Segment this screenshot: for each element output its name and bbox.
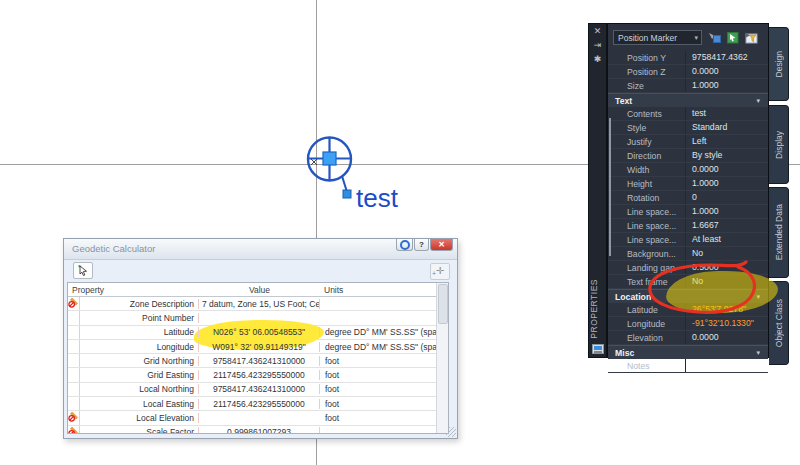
property-value[interactable]: 26°53'7.0278" (685, 303, 768, 316)
property-value[interactable]: No (685, 247, 768, 260)
property-value[interactable]: At least (685, 233, 768, 246)
quick-select-icon[interactable] (744, 31, 758, 44)
section-header-location[interactable]: Location▾ (608, 289, 768, 303)
create-point-button[interactable]: ✛ + (430, 263, 450, 280)
property-label: Backgroun... (608, 249, 685, 259)
property-value[interactable]: 0.5000 (685, 261, 768, 274)
palette-tab-extended-data[interactable]: Extended Data (769, 187, 789, 278)
property-value[interactable]: 1.0000 (685, 205, 768, 218)
dialog-close-button[interactable]: ✕ (430, 239, 453, 251)
property-row: StyleStandard (608, 121, 768, 135)
value-cell[interactable]: 9758417.436241310000 (199, 384, 320, 394)
table-scrollbar[interactable] (436, 283, 448, 433)
property-value[interactable]: By style (685, 149, 768, 162)
readonly-pencil-icon (68, 297, 79, 308)
table-row[interactable]: Grid Northing9758417.436241310000foot (68, 354, 448, 368)
property-value[interactable]: Left (685, 135, 768, 148)
property-cell: Point Number (80, 313, 199, 323)
table-row[interactable]: Local Easting2117456.423295550000foot (68, 397, 448, 411)
center-grip-square (323, 152, 336, 165)
collapse-chevron-icon[interactable]: ▾ (756, 97, 760, 105)
property-label: Notes (608, 361, 685, 371)
value-cell[interactable]: 0.999861007293 (199, 427, 320, 434)
row-status-cell (68, 326, 80, 339)
section-title: Location (608, 292, 651, 302)
palette-side-tabs: DesignDisplayExtended DataObject Class (769, 23, 790, 365)
units-cell: foot (320, 413, 437, 423)
palette-settings-icon[interactable]: ✱ (589, 52, 606, 66)
row-status-cell (68, 426, 80, 434)
section-header-text[interactable]: Text▾ (608, 93, 768, 107)
value-cell[interactable]: 2117456.423295550000 (199, 370, 320, 380)
value-cell[interactable]: 9758417.436241310000 (199, 356, 320, 366)
property-value[interactable]: 1.0000 (685, 79, 768, 92)
readonly-pencil-icon (68, 426, 79, 434)
property-value[interactable]: 9758417.4362 (685, 51, 768, 64)
row-status-cell (68, 311, 80, 324)
collapse-chevron-icon[interactable]: ▾ (756, 293, 760, 301)
object-type-dropdown[interactable]: Position Marker ▾ (613, 30, 702, 45)
property-value[interactable]: No (685, 275, 768, 288)
table-row[interactable]: Grid Easting2117456.423295550000foot (68, 368, 448, 382)
property-value[interactable]: Standard (685, 121, 768, 134)
toggle-pickadd-icon[interactable] (708, 31, 722, 44)
section-header-misc[interactable]: Misc▾ (608, 345, 768, 359)
dialog-apply-button[interactable] (396, 239, 413, 251)
palette-scrollbar-thumb[interactable] (609, 118, 611, 256)
point-marker-icon: ✛ (436, 265, 444, 276)
property-label: Latitude (608, 305, 685, 315)
row-status-cell (68, 397, 80, 410)
value-cell[interactable]: W091° 32' 09.91149319" (199, 342, 320, 352)
value-cell[interactable]: N026° 53' 06.00548553" (199, 327, 320, 337)
table-row[interactable]: Scale Factor0.999861007293 (68, 426, 448, 434)
property-value[interactable]: 0.0000 (685, 331, 768, 344)
property-label: Elevation (608, 333, 685, 343)
marker-text-label[interactable]: test (356, 183, 398, 214)
auto-hide-icon[interactable]: ⇥ (589, 38, 606, 52)
property-value[interactable]: 1.6667 (685, 219, 768, 232)
chevron-down-icon: ▾ (694, 31, 698, 45)
property-label: Landing gap (608, 263, 685, 273)
table-row[interactable]: LongitudeW091° 32' 09.91149319"degree DD… (68, 340, 448, 354)
property-value[interactable]: 0 (685, 191, 768, 204)
application-window: test Geodetic Calculator ? ✕ ✛ + (0, 0, 800, 465)
palette-close-icon[interactable]: ✕ (589, 24, 606, 38)
palette-tab-display[interactable]: Display (769, 105, 789, 184)
row-status-cell (68, 340, 80, 353)
property-row: Backgroun...No (608, 247, 768, 261)
table-row[interactable]: Zone Description7 datum, Zone 15, US Foo… (68, 297, 448, 311)
dialog-titlebar[interactable]: Geodetic Calculator ? ✕ (64, 239, 457, 260)
collapse-chevron-icon[interactable]: ▾ (756, 349, 760, 357)
pick-point-button[interactable] (73, 262, 93, 279)
value-cell[interactable]: 2117456.423295550000 (199, 399, 320, 409)
dialog-help-button[interactable]: ? (414, 239, 429, 251)
property-label: Width (608, 165, 685, 175)
property-label: Position Z (608, 67, 685, 77)
property-value[interactable] (685, 359, 768, 372)
row-status-cell (68, 383, 80, 396)
geodetic-table-body: Zone Description7 datum, Zone 15, US Foo… (68, 297, 448, 434)
scrollbar-thumb[interactable] (438, 284, 448, 324)
value-cell[interactable]: 7 datum, Zone 15, US Foot; Central (199, 299, 320, 309)
apply-icon (400, 240, 410, 250)
palette-tab-object-class[interactable]: Object Class (769, 281, 789, 365)
table-header: Property Value Units (68, 283, 448, 297)
table-row[interactable]: Local Elevationfoot (68, 411, 448, 425)
horizontal-axis-line-right (789, 164, 800, 165)
palette-titlebar-strip[interactable]: ✕ ⇥ ✱ PROPERTIES (588, 23, 607, 358)
property-label: Height (608, 179, 685, 189)
palette-tab-design[interactable]: Design (769, 27, 789, 101)
property-cell: Grid Easting (80, 370, 199, 380)
property-value[interactable]: 1.0000 (685, 177, 768, 190)
property-label: Style (608, 123, 685, 133)
property-value[interactable]: 0.0000 (685, 65, 768, 78)
property-label: Size (608, 81, 685, 91)
property-row: Contentstest (608, 107, 768, 121)
property-value[interactable]: -91°32'10.1330" (685, 317, 768, 330)
cursor-arrow-icon (78, 265, 88, 276)
property-value[interactable]: 0.0000 (685, 163, 768, 176)
property-label: Direction (608, 151, 685, 161)
select-objects-icon[interactable] (726, 31, 740, 44)
property-value[interactable]: test (685, 107, 768, 120)
table-row[interactable]: Local Northing9758417.436241310000foot (68, 383, 448, 397)
